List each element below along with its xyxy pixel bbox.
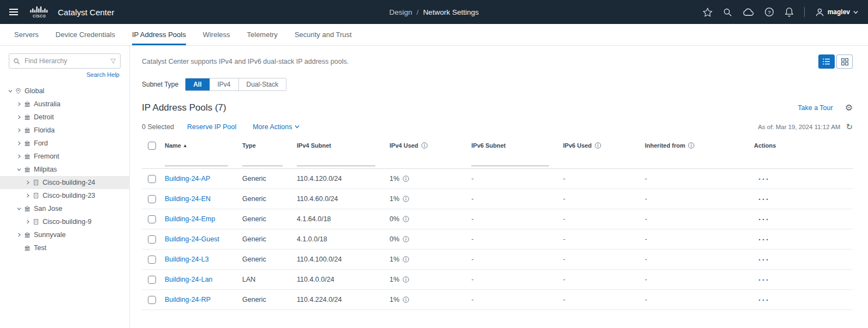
more-actions-dropdown[interactable]: More Actions <box>253 123 300 131</box>
tree-item-fremont[interactable]: Fremont <box>0 150 129 163</box>
pool-name-link[interactable]: Building-24-Guest <box>165 235 219 243</box>
tree-item-detroit[interactable]: Detroit <box>0 111 129 124</box>
info-icon[interactable] <box>421 142 428 149</box>
tree-item-global[interactable]: Global <box>0 84 129 98</box>
filter-ipv4-subnet-input[interactable] <box>297 156 375 166</box>
filter-name-input[interactable] <box>165 156 228 166</box>
row-checkbox[interactable] <box>148 215 156 223</box>
info-icon[interactable] <box>403 196 409 202</box>
table-row: Building-24-L3 Generic 110.4.100.0/24 1%… <box>142 250 853 270</box>
tree-item-test[interactable]: Test <box>0 241 129 254</box>
pool-name-link[interactable]: Building-24-EN <box>165 195 211 203</box>
column-header-type[interactable]: Type <box>238 142 292 149</box>
tab-device-credentials[interactable]: Device Credentials <box>56 24 115 45</box>
pool-name-link[interactable]: Building-24-AP <box>165 175 210 183</box>
tab-servers[interactable]: Servers <box>14 24 39 45</box>
tree-item-label: Sunnyvale <box>34 231 65 239</box>
info-icon[interactable] <box>403 175 409 182</box>
chevron-expanded-icon[interactable] <box>15 167 23 172</box>
tab-security-and-trust[interactable]: Security and Trust <box>295 24 352 45</box>
breadcrumb-section[interactable]: Design <box>390 8 412 16</box>
tree-item-san-jose[interactable]: San Jose <box>0 202 129 215</box>
take-a-tour-link[interactable]: Take a Tour <box>798 104 833 112</box>
row-actions-icon[interactable]: ··· <box>754 235 770 244</box>
cloud-icon[interactable] <box>743 8 754 16</box>
chevron-collapsed-icon[interactable] <box>15 128 23 132</box>
user-menu[interactable]: maglev <box>815 8 858 17</box>
row-actions-icon[interactable]: ··· <box>754 215 770 223</box>
row-actions-icon[interactable]: ··· <box>754 256 770 264</box>
info-icon[interactable] <box>595 142 601 149</box>
filter-funnel-icon[interactable] <box>110 58 116 66</box>
column-header-inherited-from[interactable]: Inherited from <box>640 142 750 149</box>
tree-item-ford[interactable]: Ford <box>0 137 129 150</box>
row-actions-icon[interactable]: ··· <box>754 175 770 183</box>
ipv6-subnet: - <box>467 276 559 283</box>
gear-icon[interactable]: ⚙ <box>845 104 853 112</box>
filter-ipv6-subnet-input[interactable] <box>471 156 549 166</box>
info-icon[interactable] <box>403 296 409 303</box>
search-help-link[interactable]: Search Help <box>0 71 119 78</box>
pool-name-link[interactable]: Building-24-Emp <box>165 215 215 223</box>
row-actions-icon[interactable]: ··· <box>754 276 770 284</box>
chevron-collapsed-icon[interactable] <box>15 102 23 106</box>
filter-type-input[interactable] <box>242 156 283 166</box>
row-actions-icon[interactable]: ··· <box>754 195 770 203</box>
tree-item-label: Ford <box>34 139 48 147</box>
column-header-ipv6-used[interactable]: IPv6 Used <box>559 142 640 149</box>
tree-item-cisco-building-9[interactable]: Cisco-building-9 <box>0 215 129 228</box>
pool-name-link[interactable]: Building-24-Lan <box>165 276 213 283</box>
tree-item-cisco-building-24[interactable]: Cisco-building-24 <box>0 176 129 189</box>
tree-item-australia[interactable]: Australia <box>0 98 129 111</box>
column-header-name[interactable]: Name ▴ <box>160 142 238 149</box>
info-icon[interactable] <box>403 216 409 222</box>
info-icon[interactable] <box>403 256 409 263</box>
tree-item-florida[interactable]: Florida <box>0 124 129 137</box>
column-header-ipv4-subnet[interactable]: IPv4 Subnet <box>292 142 385 149</box>
grid-view-button[interactable] <box>836 54 853 69</box>
tab-ip-address-pools[interactable]: IP Address Pools <box>132 24 186 45</box>
notifications-bell-icon[interactable] <box>785 7 794 17</box>
refresh-icon[interactable]: ↻ <box>846 123 853 131</box>
info-icon[interactable] <box>403 236 409 242</box>
tab-wireless[interactable]: Wireless <box>203 24 230 45</box>
chevron-expanded-icon[interactable] <box>7 89 14 93</box>
row-checkbox[interactable] <box>148 195 156 203</box>
chevron-collapsed-icon[interactable] <box>15 154 23 159</box>
tab-telemetry[interactable]: Telemetry <box>247 24 278 45</box>
hamburger-menu-icon[interactable] <box>5 6 22 18</box>
chevron-expanded-icon[interactable] <box>15 206 23 211</box>
star-icon[interactable] <box>703 8 713 17</box>
find-hierarchy-input[interactable] <box>9 53 121 69</box>
pool-name-link[interactable]: Building-24-RP <box>165 296 211 303</box>
reserve-ip-pool-button[interactable]: Reserve IP Pool <box>187 123 236 131</box>
row-checkbox[interactable] <box>148 256 156 264</box>
tree-item-sunnyvale[interactable]: Sunnyvale <box>0 228 129 241</box>
column-header-ipv6-subnet[interactable]: IPv6 Subnet <box>467 142 559 149</box>
subnet-type-all-button[interactable]: All <box>185 78 209 90</box>
search-icon[interactable] <box>723 8 732 17</box>
row-checkbox[interactable] <box>148 276 156 284</box>
tree-item-milpitas[interactable]: Milpitas <box>0 163 129 176</box>
help-icon[interactable]: ? <box>764 7 774 17</box>
chevron-collapsed-icon[interactable] <box>24 220 32 224</box>
tree-item-label: Australia <box>34 100 61 108</box>
chevron-collapsed-icon[interactable] <box>24 193 32 198</box>
chevron-collapsed-icon[interactable] <box>15 115 23 119</box>
row-actions-icon[interactable]: ··· <box>754 296 770 304</box>
select-all-checkbox[interactable] <box>148 142 156 150</box>
tree-item-cisco-building-23[interactable]: Cisco-building-23 <box>0 189 129 202</box>
info-icon[interactable] <box>403 276 409 283</box>
chevron-collapsed-icon[interactable] <box>15 141 23 145</box>
list-view-button[interactable] <box>818 54 835 69</box>
column-header-ipv4-used[interactable]: IPv4 Used <box>385 142 467 149</box>
pool-name-link[interactable]: Building-24-L3 <box>165 256 209 263</box>
row-checkbox[interactable] <box>148 235 156 244</box>
info-icon[interactable] <box>688 142 695 149</box>
subnet-type-dual-stack-button[interactable]: Dual-Stack <box>238 78 286 90</box>
chevron-collapsed-icon[interactable] <box>15 233 23 237</box>
chevron-collapsed-icon[interactable] <box>24 180 32 185</box>
subnet-type-ipv4-button[interactable]: IPv4 <box>209 78 238 90</box>
row-checkbox[interactable] <box>148 296 156 304</box>
row-checkbox[interactable] <box>148 175 156 183</box>
